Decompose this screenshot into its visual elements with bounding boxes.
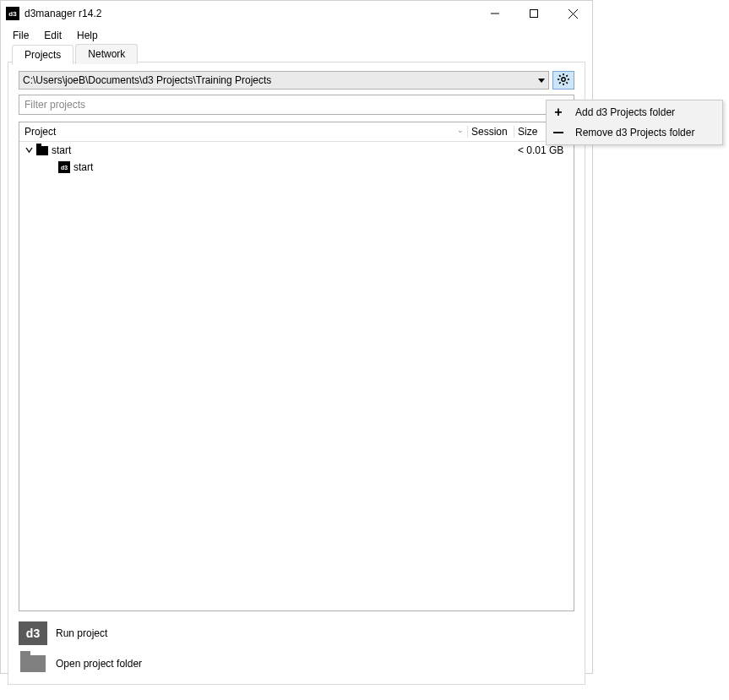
svg-line-13 xyxy=(559,82,561,84)
tree-item-label: start xyxy=(73,161,93,173)
svg-rect-1 xyxy=(530,10,538,18)
maximize-button[interactable] xyxy=(514,1,553,26)
app-window: d3 d3manager r14.2 File Edit Help Projec… xyxy=(0,0,593,674)
open-project-folder-label: Open project folder xyxy=(56,658,142,670)
projects-panel: C:\Users\joeB\Documents\d3 Projects\Trai… xyxy=(8,62,585,684)
main-panel: Projects Network C:\Users\joeB\Documents… xyxy=(8,62,585,685)
run-project-label: Run project xyxy=(56,627,107,639)
d3-app-icon: d3 xyxy=(19,621,47,645)
window-controls xyxy=(476,1,592,26)
svg-line-11 xyxy=(566,82,568,84)
minimize-icon xyxy=(491,9,499,18)
column-header-project[interactable]: Project ⌄ xyxy=(19,126,468,138)
add-projects-folder-item[interactable]: + Add d3 Projects folder xyxy=(547,102,722,122)
folder-icon xyxy=(19,652,47,676)
menu-bar: File Edit Help xyxy=(1,26,592,45)
menu-help[interactable]: Help xyxy=(70,28,105,43)
gear-icon xyxy=(557,73,570,89)
tree-header: Project ⌄ Session Size xyxy=(19,122,574,142)
title-bar: d3 d3manager r14.2 xyxy=(1,1,592,26)
window-title: d3manager r14.2 xyxy=(24,8,101,19)
svg-point-5 xyxy=(562,77,565,80)
chevron-down-icon xyxy=(538,74,545,86)
column-header-project-label: Project xyxy=(24,126,56,138)
svg-line-10 xyxy=(559,75,561,77)
bottom-buttons: d3 Run project Open project folder xyxy=(19,621,574,676)
close-button[interactable] xyxy=(553,1,592,26)
tree-folder-row[interactable]: start < 0.01 GB xyxy=(19,142,574,159)
plus-icon: + xyxy=(552,106,565,119)
menu-item-label: Remove d3 Projects folder xyxy=(575,127,694,138)
filter-projects-input[interactable]: Filter projects xyxy=(19,95,574,115)
projects-folder-menu: + Add d3 Projects folder Remove d3 Proje… xyxy=(546,100,723,145)
projects-folder-settings-button[interactable] xyxy=(552,71,574,90)
menu-item-label: Add d3 Projects folder xyxy=(575,106,675,118)
remove-projects-folder-item[interactable]: Remove d3 Projects folder xyxy=(547,122,722,143)
d3-project-icon: d3 xyxy=(58,161,70,173)
sort-indicator-icon: ⌄ xyxy=(457,126,464,134)
projects-tree: Project ⌄ Session Size xyxy=(19,122,574,611)
run-project-button[interactable]: d3 Run project xyxy=(19,621,574,645)
open-project-folder-button[interactable]: Open project folder xyxy=(19,652,574,676)
column-header-session[interactable]: Session xyxy=(468,126,514,138)
projects-path-combo[interactable]: C:\Users\joeB\Documents\d3 Projects\Trai… xyxy=(19,71,549,90)
expand-toggle-icon[interactable] xyxy=(24,144,33,156)
filter-placeholder: Filter projects xyxy=(24,99,85,111)
menu-edit[interactable]: Edit xyxy=(37,28,68,43)
tab-network[interactable]: Network xyxy=(75,44,138,64)
svg-marker-4 xyxy=(538,79,545,83)
maximize-icon xyxy=(530,9,538,18)
title-bar-left: d3 d3manager r14.2 xyxy=(6,7,101,20)
tree-body[interactable]: start < 0.01 GB d3 start xyxy=(19,142,574,610)
projects-path-value: C:\Users\joeB\Documents\d3 Projects\Trai… xyxy=(23,74,271,86)
folder-icon xyxy=(36,146,48,155)
app-icon: d3 xyxy=(6,7,19,20)
close-icon xyxy=(569,9,578,19)
tree-item-size: < 0.01 GB xyxy=(518,144,574,156)
menu-file[interactable]: File xyxy=(6,28,35,43)
tree-item-label: start xyxy=(52,144,71,156)
minus-icon xyxy=(552,132,565,133)
tree-file-row[interactable]: d3 start xyxy=(19,159,574,176)
svg-line-12 xyxy=(566,75,568,77)
tab-projects[interactable]: Projects xyxy=(12,45,73,65)
minimize-button[interactable] xyxy=(476,1,514,26)
tab-strip: Projects Network xyxy=(12,44,139,64)
path-row: C:\Users\joeB\Documents\d3 Projects\Trai… xyxy=(19,71,574,90)
